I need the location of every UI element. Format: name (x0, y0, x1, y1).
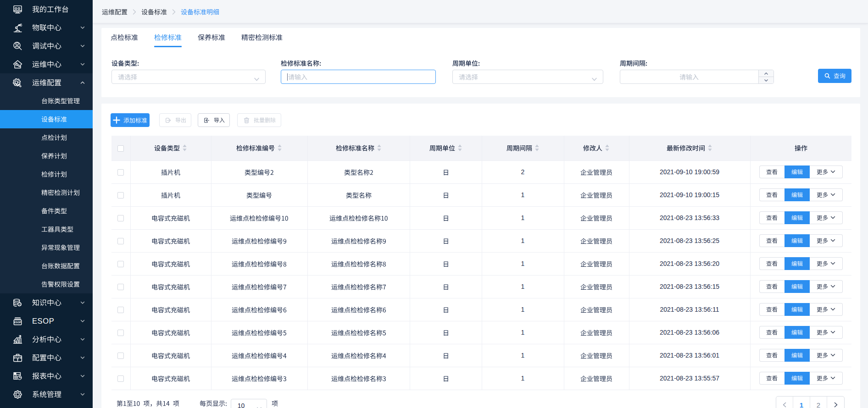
svg-text:ESOP: ESOP (14, 321, 21, 324)
